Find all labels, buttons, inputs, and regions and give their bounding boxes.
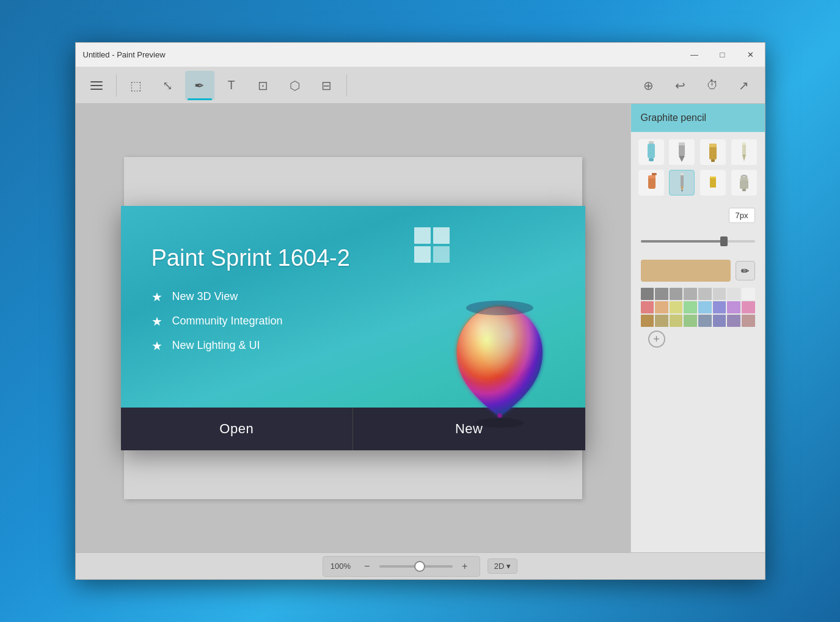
palette-cell[interactable] (727, 301, 740, 313)
crop-button[interactable]: ⤡ (153, 71, 183, 100)
canvas-area[interactable]: Paint Sprint 1604-2 ★ New 3D View ★ Comm… (76, 104, 630, 552)
size-badge: 7px (729, 208, 755, 223)
brush-item-chalk[interactable] (700, 170, 726, 196)
splash-dialog: Paint Sprint 1604-2 ★ New 3D View ★ Comm… (121, 206, 585, 450)
hamburger-icon (87, 78, 106, 93)
brush-item-watercolor[interactable] (638, 139, 664, 165)
zoom-label: 100% (331, 562, 355, 571)
zoom-slider-thumb[interactable] (414, 561, 425, 572)
svg-rect-21 (648, 175, 656, 178)
size-row: 7px (631, 203, 765, 228)
timer-button[interactable]: ⏱ (698, 71, 727, 100)
brush-item-spray[interactable] (638, 170, 664, 196)
feature-text-2: Community Integration (172, 315, 283, 327)
palette-cell[interactable] (670, 288, 683, 300)
palette-cell[interactable] (670, 315, 683, 327)
brush-button[interactable]: ✒ (185, 71, 214, 100)
opacity-thumb[interactable] (720, 236, 728, 246)
toolbar-separator-1 (116, 75, 117, 97)
undo-icon: ↩ (675, 78, 685, 93)
svg-rect-30 (742, 189, 746, 191)
palette-cell[interactable] (655, 315, 668, 327)
shape-button[interactable]: ⬡ (280, 71, 310, 100)
palette-cell[interactable] (727, 315, 740, 327)
share-button[interactable]: ↗ (729, 71, 759, 100)
palette-cell[interactable] (684, 288, 697, 300)
palette-cell[interactable] (742, 315, 755, 327)
toolbar-separator-2 (346, 75, 347, 97)
palette-cell[interactable] (713, 288, 726, 300)
palette-cell[interactable] (670, 301, 683, 313)
view-mode-selector[interactable]: 2D ▾ (488, 558, 518, 574)
zoom-slider-track[interactable] (379, 565, 453, 568)
view-mode-chevron: ▾ (506, 562, 511, 571)
svg-rect-2 (414, 246, 431, 263)
splash-top: Paint Sprint 1604-2 ★ New 3D View ★ Comm… (121, 206, 585, 408)
insert-icon: ⊕ (643, 78, 654, 93)
palette-cell[interactable] (641, 315, 654, 327)
insert-button[interactable]: ⊕ (634, 71, 663, 100)
oil-icon (704, 141, 722, 163)
zoom-out-button[interactable]: − (360, 559, 374, 574)
bucket-icon (735, 172, 753, 194)
maximize-button[interactable]: □ (709, 43, 737, 67)
graphite-icon (673, 172, 691, 194)
palette-cell[interactable] (742, 301, 755, 313)
svg-marker-11 (679, 156, 685, 162)
select-button[interactable]: ⬚ (122, 71, 151, 100)
color-swatch[interactable] (641, 260, 731, 282)
palette-cell[interactable] (698, 288, 712, 300)
text-button[interactable]: T (217, 71, 246, 100)
palette-row-colors (641, 301, 755, 313)
palette-cell[interactable] (713, 301, 726, 313)
svg-rect-0 (414, 227, 431, 244)
zoom-in-button[interactable]: + (458, 559, 472, 574)
brush-item-graphite[interactable] (669, 170, 695, 196)
palette-cell[interactable] (655, 301, 668, 313)
toolbar-right: ⊕ ↩ ⏱ ↗ (634, 71, 759, 100)
palette-cell[interactable] (641, 301, 654, 313)
current-color-row: ✏ (641, 260, 755, 282)
opacity-slider[interactable] (641, 240, 755, 243)
palette-cell[interactable] (698, 301, 712, 313)
minimize-button[interactable]: — (681, 43, 709, 67)
brush-item-bucket[interactable] (731, 170, 757, 196)
color-area: ✏ (631, 255, 765, 356)
select-icon: ⬚ (130, 78, 142, 93)
view-mode-label: 2D (494, 562, 505, 571)
view-button[interactable]: ⊟ (312, 71, 341, 100)
eyedropper-icon: ✏ (741, 265, 749, 277)
brush-item-oil[interactable] (700, 139, 726, 165)
svg-rect-15 (711, 159, 715, 162)
palette-cell[interactable] (684, 315, 697, 327)
add-color-button[interactable]: + (648, 331, 665, 348)
splash-title: Paint Sprint 1604-2 (152, 245, 555, 271)
brush-item-ink[interactable] (731, 139, 757, 165)
watercolor-icon (642, 141, 660, 163)
undo-button[interactable]: ↩ (666, 71, 695, 100)
palette-cell[interactable] (641, 288, 654, 300)
palette-cell[interactable] (727, 288, 740, 300)
eyedropper-button[interactable]: ✏ (736, 261, 755, 280)
palette-cell[interactable] (655, 288, 668, 300)
svg-point-5 (475, 418, 524, 428)
palette-cell[interactable] (698, 315, 712, 327)
share-icon: ↗ (739, 78, 749, 93)
svg-rect-12 (679, 142, 685, 145)
close-button[interactable]: ✕ (737, 43, 765, 67)
svg-marker-25 (682, 190, 683, 192)
brush-item-marker[interactable] (669, 139, 695, 165)
ink-icon (735, 141, 753, 163)
open-button[interactable]: Open (121, 408, 353, 450)
eraser-button[interactable]: ⊡ (249, 71, 278, 100)
palette-cell[interactable] (713, 315, 726, 327)
text-icon: T (227, 78, 235, 92)
status-bar: 100% − + 2D ▾ (76, 552, 765, 579)
menu-button[interactable] (82, 71, 111, 100)
title-bar: Untitled - Paint Preview — □ ✕ (76, 43, 765, 67)
windows-logo (414, 227, 451, 264)
palette-cell[interactable] (742, 288, 755, 300)
palette-cell[interactable] (684, 301, 697, 313)
opacity-slider-area (631, 228, 765, 255)
svg-point-4 (466, 301, 533, 315)
